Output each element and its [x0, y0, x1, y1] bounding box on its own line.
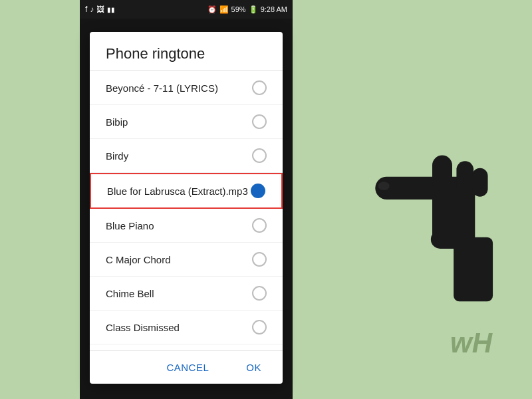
signal-icon: ▮▮ [107, 6, 115, 13]
time-display: 9:28 AM [261, 5, 287, 13]
dialog-buttons: Cancel OK [90, 350, 283, 384]
battery-icon: 🔋 [249, 5, 258, 14]
status-icons-right: ⏰ 📶 59% 🔋 9:28 AM [207, 5, 287, 14]
ringtone-item[interactable]: Class Dismissed [90, 311, 283, 344]
ringtone-name: Blue for Labrusca (Extract).mp3 [107, 186, 251, 197]
battery-level: 59% [231, 5, 246, 13]
music-icon: ♪ [90, 5, 94, 14]
ringtone-item[interactable]: C Major Chord [90, 243, 283, 277]
radio-button[interactable] [252, 252, 267, 267]
ringtone-name: Chime Bell [106, 288, 252, 299]
svg-rect-3 [432, 156, 452, 192]
ringtone-name: Bibip [106, 116, 252, 128]
dialog-title: Phone ringtone [90, 32, 283, 71]
alarm-icon: ⏰ [207, 5, 217, 14]
ringtone-item[interactable]: Beyoncé - 7-11 (LYRICS) [90, 71, 283, 105]
ringtone-item[interactable]: Birdy [90, 139, 283, 173]
hand-cursor [359, 120, 505, 319]
ringtone-list[interactable]: Beyoncé - 7-11 (LYRICS) Bibip Birdy Blue… [90, 71, 283, 350]
ringtone-name: Class Dismissed [106, 322, 252, 333]
cancel-button[interactable]: Cancel [156, 356, 219, 378]
watermark: wH [450, 327, 492, 359]
ok-button[interactable]: OK [235, 356, 272, 378]
ringtone-item[interactable]: Diging [90, 344, 283, 350]
svg-rect-7 [454, 237, 493, 301]
dialog-overlay: Phone ringtone Beyoncé - 7-11 (LYRICS) B… [80, 19, 293, 399]
radio-button-checked[interactable] [251, 184, 265, 198]
ringtone-item[interactable]: Blue Piano [90, 209, 283, 243]
phone-ringtone-dialog: Phone ringtone Beyoncé - 7-11 (LYRICS) B… [90, 32, 283, 384]
radio-button[interactable] [252, 80, 267, 95]
ringtone-item[interactable]: Bibip [90, 105, 283, 139]
image-icon: 🖼 [96, 5, 104, 14]
ringtone-item[interactable]: Chime Bell [90, 277, 283, 311]
radio-button[interactable] [252, 286, 267, 301]
ringtone-name: Beyoncé - 7-11 (LYRICS) [106, 82, 252, 94]
svg-rect-4 [456, 161, 473, 193]
ringtone-name: Blue Piano [106, 220, 252, 231]
radio-button[interactable] [252, 148, 267, 163]
ringtone-name: C Major Chord [106, 254, 252, 265]
status-bar: f ♪ 🖼 ▮▮ ⏰ 📶 59% 🔋 9:28 AM [80, 0, 293, 19]
radio-button[interactable] [252, 320, 267, 334]
svg-rect-5 [472, 168, 488, 197]
status-icons-left: f ♪ 🖼 ▮▮ [85, 5, 115, 14]
svg-point-8 [378, 182, 390, 190]
wifi-icon: 📶 [219, 5, 229, 14]
ringtone-item-selected[interactable]: Blue for Labrusca (Extract).mp3 [90, 173, 283, 209]
radio-button[interactable] [252, 114, 267, 129]
radio-button[interactable] [252, 218, 267, 233]
facebook-icon: f [85, 5, 87, 14]
ringtone-name: Birdy [106, 150, 252, 162]
